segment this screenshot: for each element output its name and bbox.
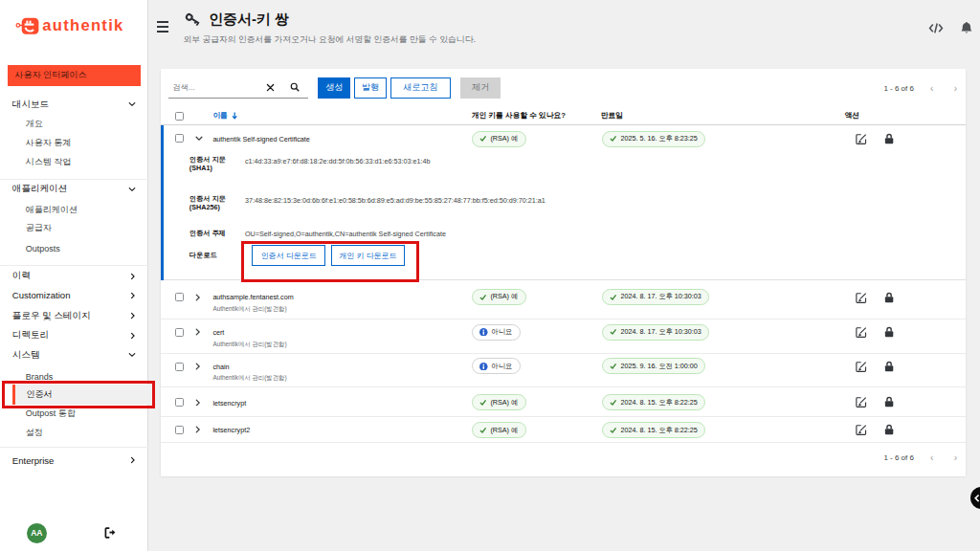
search-group <box>168 77 308 99</box>
private-key-badge: (RSA) 예 <box>472 131 526 147</box>
sidebar-item-outposts[interactable]: Outposts <box>0 239 148 258</box>
pagination-next-icon[interactable]: › <box>947 451 963 465</box>
pagination-prev-icon[interactable]: ‹ <box>924 81 940 96</box>
expand-row-icon[interactable] <box>195 426 201 433</box>
sidebar-item-outpost-integrations[interactable]: Outpost 통합 <box>0 404 148 423</box>
edit-icon[interactable] <box>856 292 867 303</box>
row-checkbox[interactable] <box>175 293 184 301</box>
sidebar-item-customization[interactable]: Customization <box>0 286 148 305</box>
detail-value-subject: OU=Self-signed,O=authentik,CN=authentik … <box>245 230 446 238</box>
pagination-bottom: 1 - 6 of 6 ‹ › <box>883 451 963 465</box>
certificates-card: 1 - 6 of 6 ‹ › 생성 발행 새로고침 제거 이름 개인 키를 사용… <box>161 69 966 476</box>
sidebar-item-overview[interactable]: 개요 <box>0 114 148 133</box>
column-header-name[interactable]: 이름 <box>212 111 237 121</box>
detail-value-sha1: c1:4d:33:a9:e7:6f:d8:18:2e:dd:5f:0b:56:3… <box>245 157 430 165</box>
download-certificate-button[interactable]: 인증서 다운로드 <box>252 245 325 266</box>
lock-icon[interactable] <box>884 326 894 338</box>
row-checkbox[interactable] <box>175 426 184 434</box>
pagination-next-icon[interactable]: › <box>947 81 963 96</box>
drawer-toggle-button[interactable] <box>970 487 980 509</box>
detail-label-subject: 인증서 주제 <box>189 229 226 237</box>
expand-row-icon[interactable] <box>195 363 201 370</box>
certificate-name[interactable]: chain <box>212 363 229 371</box>
chevron-down-icon <box>128 186 136 193</box>
expiry-badge: 2024. 8. 17. 오후 10:30:03 <box>602 324 709 341</box>
expand-row-icon[interactable] <box>195 328 201 336</box>
info-icon <box>479 328 488 337</box>
certificate-name[interactable]: letsencrypt2 <box>212 426 250 434</box>
api-code-icon[interactable] <box>928 22 944 34</box>
page-subtitle: 외부 공급자의 인증서를 가져오거나 요청에 서명할 인증서를 만들 수 있습니… <box>183 34 475 46</box>
row-checkbox[interactable] <box>175 134 184 143</box>
sidebar-item-applications-group[interactable]: 애플리케이션 <box>0 180 148 199</box>
authentik-logo-icon <box>15 16 39 35</box>
lock-icon[interactable] <box>884 133 894 144</box>
private-key-badge: 아니요 <box>472 324 521 341</box>
pagination-range: 1 - 6 of 6 <box>883 453 914 462</box>
row-checkbox[interactable] <box>175 328 184 337</box>
sidebar-item-applications[interactable]: 애플리케이션 <box>0 201 148 220</box>
sidebar-item-certificates[interactable]: 인증서 <box>12 385 148 405</box>
search-icon[interactable] <box>290 82 300 92</box>
sidebar-item-directory[interactable]: 디렉토리 <box>0 326 148 345</box>
create-button[interactable]: 생성 <box>318 77 350 99</box>
detail-label-download: 다운로드 <box>189 251 217 259</box>
edit-icon[interactable] <box>856 361 867 372</box>
sidebar-item-user-statistics[interactable]: 사용자 통계 <box>0 133 148 152</box>
sidebar-item-enterprise[interactable]: Enterprise <box>0 451 148 470</box>
lock-icon[interactable] <box>884 292 894 303</box>
chevron-down-icon <box>128 351 136 359</box>
certificate-name[interactable]: letsencrypt <box>212 399 246 408</box>
table-row: letsencrypt (RSA) 예 2024. 8. 15. 오후 8:22… <box>161 387 966 416</box>
sidebar-item-events[interactable]: 이력 <box>0 266 148 285</box>
refresh-button[interactable]: 새로고침 <box>390 77 451 99</box>
edit-icon[interactable] <box>856 424 867 435</box>
generate-button[interactable]: 발행 <box>354 77 387 99</box>
check-icon <box>479 294 486 300</box>
lock-icon[interactable] <box>884 424 894 435</box>
row-checkbox[interactable] <box>175 398 184 407</box>
sidebar-item-flows-stages[interactable]: 플로우 및 스테이지 <box>0 306 148 325</box>
certificate-name[interactable]: authsample.fentanest.com <box>212 293 293 301</box>
expand-row-icon[interactable] <box>195 294 201 301</box>
sidebar-item-brands[interactable]: Brands <box>0 366 148 386</box>
lock-icon[interactable] <box>884 396 894 408</box>
user-interface-button[interactable]: 사용자 인터페이스 <box>8 65 141 86</box>
row-checkbox[interactable] <box>175 363 184 371</box>
edit-icon[interactable] <box>856 326 867 338</box>
search-input[interactable] <box>168 83 256 92</box>
hamburger-menu-icon[interactable] <box>157 21 168 32</box>
edit-icon[interactable] <box>856 396 867 408</box>
avatar[interactable]: AA <box>27 523 47 543</box>
logout-icon[interactable] <box>104 527 117 539</box>
sidebar-item-settings[interactable]: 설정 <box>0 424 148 443</box>
sidebar-item-system-tasks[interactable]: 시스템 작업 <box>0 152 148 171</box>
table-header: 이름 개인 키를 사용할 수 있나요? 만료일 액션 <box>161 107 966 125</box>
certificate-name[interactable]: authentik Self-signed Certificate <box>212 135 309 143</box>
select-all-checkbox[interactable] <box>175 112 184 121</box>
column-header-expiry: 만료일 <box>601 111 623 121</box>
sidebar-item-providers[interactable]: 공급자 <box>0 219 148 238</box>
expiry-badge: 2024. 8. 17. 오후 10:30:03 <box>602 289 709 305</box>
chevron-right-icon <box>129 292 136 298</box>
expand-row-icon[interactable] <box>195 399 201 407</box>
check-icon <box>479 427 486 433</box>
page-title: 인증서-키 쌍 <box>209 11 289 29</box>
delete-button[interactable]: 제거 <box>460 77 501 99</box>
notification-bell-icon[interactable] <box>960 21 973 34</box>
check-icon <box>610 294 616 300</box>
pagination-prev-icon[interactable]: ‹ <box>924 451 940 465</box>
check-icon <box>610 399 616 406</box>
collapse-row-icon[interactable] <box>195 136 203 142</box>
sidebar-item-dashboard[interactable]: 대시보드 <box>0 95 148 114</box>
certificate-name[interactable]: cert <box>212 328 224 337</box>
sort-descending-icon <box>232 112 237 120</box>
lock-icon[interactable] <box>884 361 894 372</box>
sidebar-item-system-group[interactable]: 시스템 <box>0 345 148 364</box>
edit-icon[interactable] <box>856 133 867 144</box>
private-key-badge: (RSA) 예 <box>472 394 526 410</box>
authentik-logo[interactable]: authentik <box>15 16 124 35</box>
clear-search-icon[interactable] <box>266 83 275 92</box>
download-private-key-button[interactable]: 개인 키 다운로드 <box>331 245 405 266</box>
chevron-right-icon <box>129 273 136 279</box>
